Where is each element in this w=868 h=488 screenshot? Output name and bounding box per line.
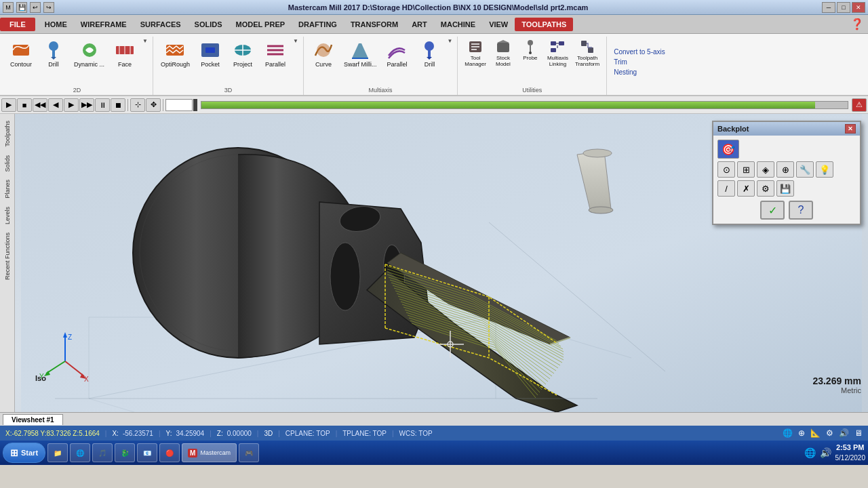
backplot-ok-button[interactable]: ✓ [760, 201, 785, 220]
backplot-close-button[interactable]: ✕ [845, 124, 856, 134]
taskbar-btn-explorer[interactable]: 📁 [47, 443, 68, 462]
pause-button[interactable]: ⏸ [95, 98, 110, 112]
move-button[interactable]: ✥ [146, 98, 161, 112]
close-button[interactable]: ✕ [852, 2, 865, 13]
forward-button[interactable]: ▶▶ [79, 98, 94, 112]
quick-access-undo[interactable]: ↩ [30, 2, 41, 13]
menu-art[interactable]: ART [405, 18, 434, 31]
ribbon-btn-tool-manager[interactable]: ToolManager [462, 37, 489, 70]
ribbon-btn-dynamic[interactable]: Dynamic ... [71, 37, 108, 71]
bp-icon-rect[interactable]: ⊞ [737, 161, 755, 178]
backplot-main-icon[interactable]: 🎯 [717, 140, 739, 159]
prev-button[interactable]: ◀ [48, 98, 63, 112]
convert-to-5axis-link[interactable]: Convert to 5-axis [614, 48, 665, 56]
status-icon-1[interactable]: 🌐 [783, 428, 793, 438]
select-button[interactable]: ⊹ [130, 98, 145, 112]
bp-icon-diamond[interactable]: ◈ [757, 161, 774, 178]
menu-drafting[interactable]: DRAFTING [292, 18, 344, 31]
ribbon-btn-toolpath-transform[interactable]: ToolpathTransform [572, 37, 602, 70]
sidebar-tab-toolpaths[interactable]: Toolpaths [3, 117, 12, 151]
bp-icon-save[interactable]: 💾 [776, 180, 794, 197]
window-title: Mastercam Mill 2017 D:\Storage HD\Collec… [54, 3, 822, 12]
warning-button[interactable]: ⚠ [852, 98, 867, 112]
stop-button[interactable]: ■ [17, 98, 32, 112]
rewind-button[interactable]: ◀◀ [33, 98, 47, 112]
windows-logo: ⊞ [10, 447, 18, 458]
ribbon-btn-drill-multi[interactable]: Drill [414, 37, 445, 71]
sidebar-tab-levels[interactable]: Levels [3, 203, 12, 228]
bp-icon-x[interactable]: ✗ [737, 180, 755, 197]
svg-point-1 [49, 41, 58, 51]
taskbar-btn-app3[interactable]: 🎵 [92, 443, 113, 462]
taskbar-btn-app4[interactable]: 🐉 [115, 443, 135, 462]
bp-icon-slash[interactable]: / [717, 180, 735, 197]
menu-view[interactable]: VIEW [482, 18, 515, 31]
ribbon-btn-face[interactable]: Face [109, 37, 140, 71]
ribbon-btn-curve[interactable]: Curve [308, 37, 339, 71]
viewsheet-tab-1[interactable]: Viewsheet #1 [3, 414, 63, 425]
end-button[interactable]: ⏹ [111, 98, 125, 112]
ribbon-btn-swarf[interactable]: Swarf Milli... [340, 37, 380, 71]
minimize-button[interactable]: ─ [822, 2, 835, 13]
ribbon-btn-optirough[interactable]: OptiRough [157, 37, 193, 71]
help-button[interactable]: ❓ [850, 18, 868, 30]
bp-icon-gear[interactable]: ⚙ [757, 180, 774, 197]
trim-link[interactable]: Trim [614, 58, 665, 66]
ribbon-group-2d: Contour Drill Dynamic ... [1, 37, 153, 95]
2d-group-arrow[interactable]: ▼ [142, 37, 149, 45]
ribbon-btn-contour[interactable]: Contour [5, 37, 37, 71]
status-icon-5[interactable]: 🔊 [839, 428, 849, 438]
ribbon-btn-parallel-3d[interactable]: Parallel [260, 37, 291, 71]
ribbon-btn-pocket[interactable]: Pocket [195, 37, 226, 71]
menu-surfaces[interactable]: SURFACES [134, 18, 188, 31]
menu-machine[interactable]: MACHINE [434, 18, 482, 31]
taskbar-btn-app5[interactable]: 📧 [137, 443, 157, 462]
backplot-panel: Backplot ✕ 🎯 ⊙ ⊞ ◈ ⊕ 🔧 💡 [712, 121, 861, 225]
bp-icon-circle[interactable]: ⊙ [717, 161, 735, 178]
ribbon-btn-stock-model[interactable]: StockModel [490, 37, 516, 70]
taskbar-btn-app6[interactable]: 🔴 [159, 443, 180, 462]
menu-file[interactable]: FILE [0, 18, 35, 31]
menu-wireframe[interactable]: WIREFRAME [74, 18, 134, 31]
backplot-help-button[interactable]: ? [789, 201, 813, 220]
bp-icon-cross[interactable]: ⊕ [776, 161, 794, 178]
bp-icon-wrench[interactable]: 🔧 [796, 161, 814, 178]
next-button[interactable]: ▶ [64, 98, 79, 112]
ribbon-btn-probe[interactable]: Probe [517, 37, 543, 64]
quick-access-redo[interactable]: ↪ [43, 2, 54, 13]
quick-access-save[interactable]: 💾 [16, 2, 27, 13]
menu-solids[interactable]: SOLIDS [188, 18, 229, 31]
status-icon-4[interactable]: ⚙ [826, 428, 833, 438]
menu-model-prep[interactable]: MODEL PREP [229, 18, 292, 31]
sidebar-tab-planes[interactable]: Planes [3, 176, 12, 203]
multiaxis-group-arrow[interactable]: ▼ [446, 37, 453, 45]
svg-point-49 [330, 243, 360, 310]
taskbar-btn-chrome[interactable]: 🌐 [70, 443, 90, 462]
status-icon-3[interactable]: 📐 [810, 428, 821, 438]
play-button[interactable]: ▶ [1, 98, 16, 112]
bp-icon-bulb[interactable]: 💡 [816, 161, 833, 178]
3d-group-arrow[interactable]: ▼ [292, 37, 299, 45]
network-icon[interactable]: 🌐 [804, 447, 816, 458]
start-button[interactable]: ⊞ Start [3, 443, 45, 463]
taskbar-btn-app8[interactable]: 🎮 [239, 443, 259, 462]
ribbon-btn-drill[interactable]: Drill [38, 37, 69, 71]
volume-icon[interactable]: 🔊 [820, 447, 831, 458]
ribbon-btn-multiaxis-linking[interactable]: MultiaxisLinking [545, 37, 571, 70]
status-icon-2[interactable]: ⊕ [798, 428, 805, 438]
menu-home[interactable]: HOME [38, 18, 74, 31]
app4-icon: 🐉 [121, 449, 129, 457]
nesting-link[interactable]: Nesting [614, 68, 665, 76]
status-icon-6[interactable]: 🖥 [854, 428, 863, 438]
maximize-button[interactable]: □ [837, 2, 850, 13]
sidebar-tab-solids[interactable]: Solids [3, 151, 12, 176]
menu-toolpaths[interactable]: TOOLPATHS [515, 18, 573, 31]
taskbar-btn-mastercam[interactable]: M Mastercam [182, 443, 237, 462]
menu-transform[interactable]: TRANSFORM [344, 18, 405, 31]
sidebar-tab-recent[interactable]: Recent Functions [3, 228, 12, 284]
toolbar-input[interactable] [165, 99, 193, 111]
ribbon-btn-project[interactable]: Project [227, 37, 258, 71]
ribbon-btn-parallel-multi[interactable]: Parallel [381, 37, 412, 71]
swarf-label: Swarf Milli... [344, 62, 377, 68]
ribbon-right-utilities: Convert to 5-axis Trim Nesting [607, 37, 672, 95]
